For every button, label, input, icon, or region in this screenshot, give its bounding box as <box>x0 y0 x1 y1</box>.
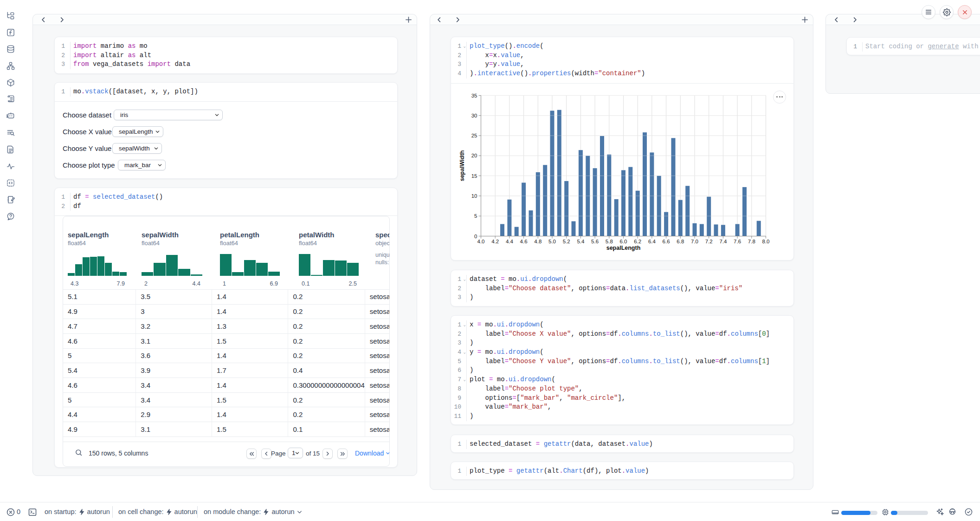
svg-text:7.0: 7.0 <box>691 239 698 244</box>
svg-text:0: 0 <box>474 233 477 239</box>
svg-text:8.0: 8.0 <box>762 239 770 244</box>
svg-text:6.0: 6.0 <box>620 239 627 244</box>
svg-text:sepalLength: sepalLength <box>606 245 641 251</box>
svg-text:20: 20 <box>471 153 477 158</box>
svg-text:5.0: 5.0 <box>548 239 556 244</box>
svg-text:5.2: 5.2 <box>563 239 570 244</box>
svg-text:sepalWidth: sepalWidth <box>459 150 465 181</box>
svg-text:4.2: 4.2 <box>491 239 499 244</box>
svg-text:6.2: 6.2 <box>634 239 641 244</box>
svg-text:7.2: 7.2 <box>705 239 713 244</box>
svg-text:4.4: 4.4 <box>506 239 514 244</box>
svg-text:25: 25 <box>471 133 477 138</box>
svg-text:6.4: 6.4 <box>648 239 656 244</box>
svg-text:5.8: 5.8 <box>606 239 613 244</box>
svg-text:15: 15 <box>471 173 477 178</box>
svg-text:4.8: 4.8 <box>534 239 542 244</box>
svg-text:4.0: 4.0 <box>477 239 485 244</box>
svg-text:7.6: 7.6 <box>734 239 741 244</box>
svg-text:6.8: 6.8 <box>677 239 684 244</box>
svg-text:6.6: 6.6 <box>663 239 670 244</box>
svg-text:30: 30 <box>471 113 477 118</box>
svg-text:5: 5 <box>474 213 477 219</box>
svg-text:10: 10 <box>471 193 477 199</box>
svg-text:35: 35 <box>471 92 477 98</box>
svg-text:7.8: 7.8 <box>748 239 755 244</box>
svg-text:5.4: 5.4 <box>577 239 585 244</box>
svg-text:4.6: 4.6 <box>520 239 528 244</box>
svg-text:7.4: 7.4 <box>719 239 727 244</box>
svg-text:5.6: 5.6 <box>591 239 599 244</box>
